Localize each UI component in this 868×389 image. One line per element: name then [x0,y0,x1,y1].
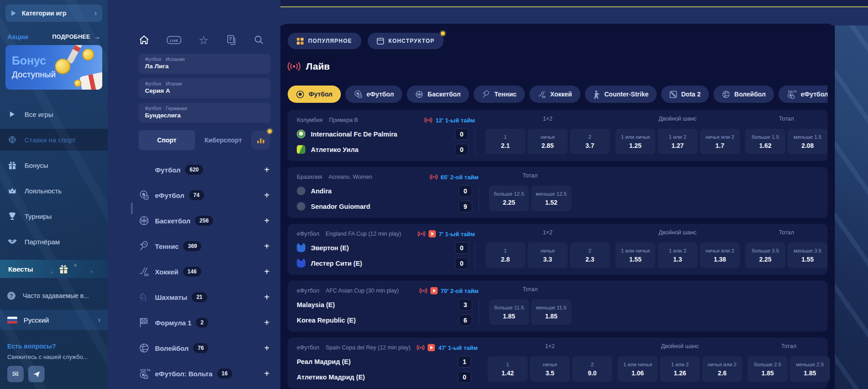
team-row[interactable]: Internacional Fc De Palmira 0 [297,128,475,140]
chip-dota2[interactable]: Dota 2 [661,86,709,103]
language-selector[interactable]: Русский › [0,310,108,330]
odds-cell[interactable]: 1 2.8 [485,242,525,268]
sport-row-formula1[interactable]: Формула 1 2 + [139,312,270,333]
more-link[interactable]: ПОДРОБНЕЕ → [52,33,100,40]
expand-plus-icon[interactable]: + [264,318,270,328]
chip-counter-strike[interactable]: Counter-Strike [585,86,657,103]
odds-cell[interactable]: меньше 2.5 1.85 [790,356,830,382]
odds-cell[interactable]: меньше 11.5 1.85 [531,299,571,325]
telegram-button[interactable] [28,366,45,382]
odds-cell[interactable]: больше 3.5 2.25 [745,242,785,268]
live-icon[interactable]: LIVE [167,35,181,45]
odds-cell[interactable]: больше 11.5 1.85 [489,299,529,325]
sidebar-item-tournaments[interactable]: Турниры [0,205,108,227]
odds-cell[interactable]: 1 или 2 1.26 [660,356,700,382]
quests-banner[interactable]: Квесты [0,260,108,278]
league-quicklink-seriea[interactable]: ФутболИталия Серия А [139,78,270,98]
sidebar-item-bonuses[interactable]: Бонусы [0,154,108,176]
match-card[interactable]: Колумбия Примера B 12' 1-ый тайм [288,110,828,161]
team-row[interactable]: Лестер Сити (E) 0 [297,257,475,269]
tab-popular[interactable]: ПОПУЛЯРНОЕ [288,33,361,49]
odds-cell[interactable]: ничья 3.3 [528,242,568,268]
team-row[interactable]: Эвертон (E) 0 [297,242,475,254]
sport-row-hockey[interactable]: Хоккей 146 + [139,261,270,282]
scrollbar-thumb[interactable] [131,202,133,214]
tab-constructor[interactable]: КОНСТРУКТОР [368,33,444,49]
faq-link[interactable]: ? Часто задаваемые в... [0,285,108,306]
sidebar-item-loyalty[interactable]: Лояльность [0,180,108,202]
odds-cell[interactable]: 2 3.7 [570,129,610,154]
email-button[interactable]: ✉ [7,366,24,382]
chip-football[interactable]: Футбол [288,86,341,103]
sport-row-football[interactable]: Футбол 620 + [139,159,270,180]
league-quicklink-laliga[interactable]: ФутболИспания Ла Лига [139,54,270,74]
team-row[interactable]: Korea Republic (E) 6 [297,314,479,326]
match-card[interactable]: еФутбол AFC Asian Cup (30 min play) 70' … [288,281,828,332]
tab-cybersport[interactable]: Киберспорт [195,136,251,144]
sport-row-chess[interactable]: ♘ Шахматы 21 + [139,287,270,308]
search-icon[interactable] [254,35,264,45]
odds-cell[interactable]: ничья или 2 1.38 [700,242,740,268]
sport-row-efootball-volta[interactable]: VOLTA еФутбол: Вольта 16 + [139,363,270,384]
sport-row-basketball[interactable]: Баскетбол 256 + [139,210,270,231]
chip-volleyball[interactable]: Волейбол [713,86,774,103]
match-card[interactable]: еФутбол England FA Cup (12 min play) 7' … [288,224,828,275]
stats-button[interactable] [251,131,270,150]
chip-efootball-volta[interactable]: VOLTA еФутбол: Вольта [778,86,828,103]
sport-row-volleyball[interactable]: Волейбол 76 + [139,338,270,359]
odds-cell[interactable]: ничья или 2 1.7 [700,129,740,154]
expand-plus-icon[interactable]: + [264,343,270,354]
odds-cell[interactable]: 2 2.3 [570,242,610,268]
odds-cell[interactable]: 1 или ничья 1.55 [615,242,655,268]
odds-cell[interactable]: больше 12.5 2.25 [489,186,529,211]
team-row[interactable]: Атлетико Уила 0 [297,143,475,156]
expand-plus-icon[interactable]: + [264,165,270,175]
sidebar-item-partners[interactable]: Партнёрам [0,231,108,253]
odds-cell[interactable]: 1 2.1 [485,129,525,154]
expand-plus-icon[interactable]: + [264,216,270,226]
tab-sport[interactable]: Спорт [139,130,195,150]
odds-cell[interactable]: 1 или 2 1.3 [658,242,698,268]
chip-tennis[interactable]: Теннис [474,86,525,103]
bonus-banner[interactable]: Бонус Доступный [5,45,102,90]
chip-hockey[interactable]: Хоккей [529,86,580,103]
expand-plus-icon[interactable]: + [264,292,270,303]
team-row[interactable]: Senador Guiomard 9 [297,200,479,212]
odds-cell[interactable]: ничья или 2 2.6 [702,356,742,382]
coupons-icon[interactable] [226,35,237,45]
team-row[interactable]: Реал Мадрид (E) 1 [297,355,478,368]
team-row[interactable]: Andira 0 [297,185,479,197]
match-card[interactable]: Бразилия Acreano, Women 65' 2-ой тайм [288,167,828,218]
expand-plus-icon[interactable]: + [264,241,270,252]
odds-cell[interactable]: ничья 3.5 [530,356,570,382]
sidebar-item-sport-bets[interactable]: Ставки на спорт [0,129,108,151]
chip-efootball[interactable]: еФутбол [345,86,402,103]
league-quicklink-bundesliga[interactable]: ФутболГермания Бундеслига [139,103,270,123]
odds-cell[interactable]: больше 1.5 1.62 [745,129,785,154]
expand-plus-icon[interactable]: + [264,369,270,379]
game-categories-button[interactable]: Категории игр › [5,5,102,22]
odds-cell[interactable]: 1 или ничья 1.06 [618,356,658,382]
sport-row-tennis[interactable]: Теннис 369 + [139,236,270,257]
odds-cell[interactable]: меньше 12.5 1.52 [531,186,571,211]
favorites-star-icon[interactable]: ☆ [199,35,209,45]
odds-cell[interactable]: ничья 2.85 [528,129,568,154]
odds-cell[interactable]: 2 9.0 [572,356,612,382]
team-row[interactable]: Атлетико Мадрид (E) 0 [297,371,478,383]
live-section-header: Лайв [288,61,828,72]
expand-plus-icon[interactable]: + [264,267,270,277]
sport-row-efootball[interactable]: еФутбол 74 + [139,185,270,206]
expand-plus-icon[interactable]: + [264,190,270,201]
promotions-link[interactable]: Акции [7,33,28,40]
sidebar-item-all-games[interactable]: Все игры [0,103,108,125]
odds-cell[interactable]: 1 1.42 [488,356,528,382]
odds-cell[interactable]: 1 или 2 1.27 [658,129,698,154]
home-icon[interactable] [139,35,150,45]
odds-cell[interactable]: меньше 3.5 1.55 [788,242,828,268]
odds-cell[interactable]: больше 2.5 1.85 [748,356,788,382]
odds-cell[interactable]: меньше 1.5 2.08 [788,129,828,154]
team-row[interactable]: Malaysia (E) 3 [297,298,479,311]
odds-cell[interactable]: 1 или ничья 1.25 [615,129,655,154]
chip-basketball[interactable]: Баскетбол [407,86,469,103]
match-card[interactable]: еФутбол Spain Copa del Rey (12 min play)… [288,338,828,389]
